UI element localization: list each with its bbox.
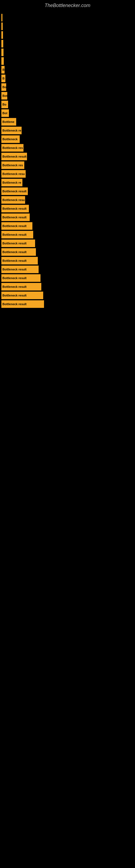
result-bar: Bottleneck result bbox=[1, 153, 27, 160]
result-bar bbox=[1, 57, 4, 65]
result-bar: Bottleneck result bbox=[1, 266, 39, 273]
result-bar bbox=[1, 31, 3, 39]
bar-row: Bottleneck bbox=[0, 135, 135, 143]
bar-row: Bottleneck res bbox=[0, 144, 135, 152]
site-title: TheBottlenecker.com bbox=[0, 0, 135, 14]
bar-row: Bottleneck result bbox=[0, 257, 135, 265]
result-bar: Bo bbox=[1, 101, 8, 108]
bar-row: Bo bbox=[0, 101, 135, 108]
bar-row: Bottleneck resu bbox=[0, 170, 135, 178]
bar-row: Bottleneck result bbox=[0, 153, 135, 160]
bar-row: Bottleneck result bbox=[0, 187, 135, 195]
result-bar bbox=[1, 40, 3, 48]
result-bar: Bottleneck result bbox=[1, 257, 38, 265]
bar-row: Bottlene bbox=[0, 118, 135, 126]
bar-row: Bottleneck res bbox=[0, 161, 135, 169]
result-bar bbox=[1, 14, 2, 22]
result-bar: Bottleneck result bbox=[1, 231, 33, 239]
bar-row: Bot bbox=[0, 109, 135, 117]
result-bar: Bottleneck result bbox=[1, 300, 44, 308]
result-bar: Bot bbox=[1, 92, 7, 99]
result-bar: B bbox=[1, 74, 5, 82]
result-bar: Bottlene bbox=[1, 118, 16, 126]
bar-row bbox=[0, 23, 135, 30]
bar-row: Bottleneck resu bbox=[0, 196, 135, 204]
result-bar: Bottleneck res bbox=[1, 161, 24, 169]
bars-container: BBBoBotBoBotBottleneBottleneck reBottlen… bbox=[0, 14, 135, 308]
result-bar: Bottleneck result bbox=[1, 187, 28, 195]
bar-row bbox=[0, 40, 135, 48]
result-bar bbox=[1, 23, 3, 30]
bar-row bbox=[0, 14, 135, 22]
bar-row bbox=[0, 57, 135, 65]
bar-row: Bottleneck result bbox=[0, 214, 135, 221]
result-bar: Bo bbox=[1, 83, 6, 91]
result-bar: Bottleneck result bbox=[1, 214, 30, 221]
result-bar: Bottleneck resu bbox=[1, 170, 26, 178]
result-bar: Bottleneck result bbox=[1, 248, 36, 256]
result-bar: Bottleneck result bbox=[1, 240, 35, 247]
bar-row: Bottleneck result bbox=[0, 274, 135, 282]
result-bar: Bot bbox=[1, 109, 9, 117]
bar-row: Bottleneck re bbox=[0, 179, 135, 186]
result-bar: Bottleneck res bbox=[1, 144, 24, 152]
result-bar: Bottleneck bbox=[1, 135, 20, 143]
result-bar bbox=[1, 49, 3, 56]
bar-row: Bot bbox=[0, 92, 135, 99]
bar-row: Bottleneck result bbox=[0, 205, 135, 212]
result-bar: Bottleneck result bbox=[1, 291, 43, 299]
bar-row: Bottleneck re bbox=[0, 127, 135, 134]
bar-row: Bottleneck result bbox=[0, 231, 135, 239]
bar-row: Bo bbox=[0, 83, 135, 91]
bar-row: Bottleneck result bbox=[0, 291, 135, 299]
bar-row: Bottleneck result bbox=[0, 240, 135, 247]
bar-row: Bottleneck result bbox=[0, 266, 135, 273]
result-bar: Bottleneck result bbox=[1, 205, 29, 212]
result-bar: Bottleneck result bbox=[1, 274, 41, 282]
bar-row bbox=[0, 49, 135, 56]
bar-row: Bottleneck result bbox=[0, 222, 135, 230]
result-bar: Bottleneck re bbox=[1, 179, 22, 186]
result-bar: Bottleneck result bbox=[1, 283, 41, 290]
bar-row bbox=[0, 31, 135, 39]
result-bar: B bbox=[1, 66, 5, 73]
bar-row: B bbox=[0, 74, 135, 82]
bar-row: Bottleneck result bbox=[0, 300, 135, 308]
bar-row: Bottleneck result bbox=[0, 248, 135, 256]
bar-row: Bottleneck result bbox=[0, 283, 135, 290]
result-bar: Bottleneck re bbox=[1, 127, 21, 134]
bar-row: B bbox=[0, 66, 135, 73]
result-bar: Bottleneck result bbox=[1, 222, 32, 230]
result-bar: Bottleneck resu bbox=[1, 196, 25, 204]
